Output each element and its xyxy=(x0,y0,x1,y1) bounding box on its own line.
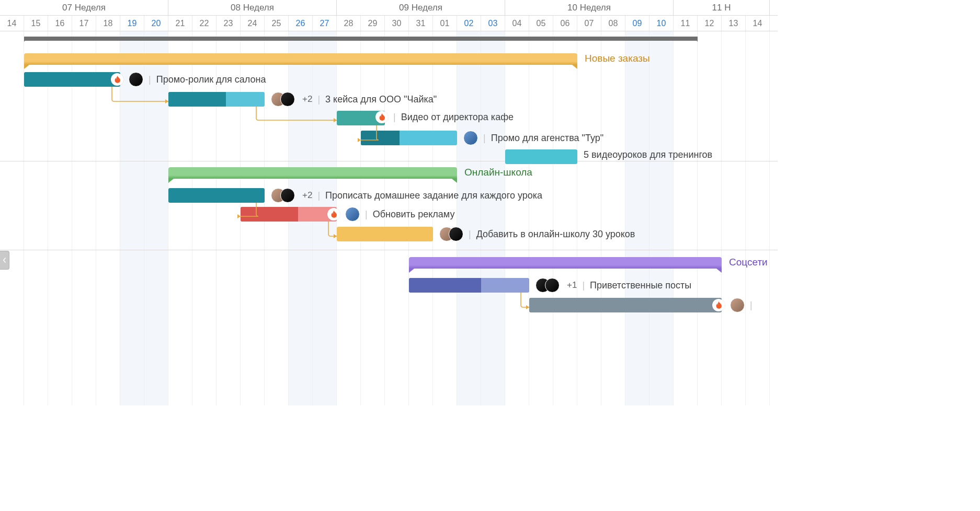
task-label-group: |Видео от директора кафе xyxy=(387,111,514,123)
label-separator: | xyxy=(469,229,471,240)
task-label[interactable]: 3 кейса для ООО "Чайка" xyxy=(325,94,437,105)
group-bar[interactable] xyxy=(24,53,577,65)
dependency-link xyxy=(254,107,346,126)
avatar-stack[interactable] xyxy=(535,278,560,293)
day-cell[interactable]: 31 xyxy=(409,16,433,31)
day-cell[interactable]: 02 xyxy=(457,16,481,31)
label-separator: | xyxy=(582,280,585,291)
task-label[interactable]: Видео от директора кафе xyxy=(401,112,514,123)
fire-icon xyxy=(327,208,340,220)
day-cell[interactable]: 10 xyxy=(649,16,674,31)
task-label[interactable]: Добавить в онлайн-школу 30 уроков xyxy=(476,229,635,240)
avatar[interactable] xyxy=(280,92,295,107)
task-label-group: |Промо-ролик для салона xyxy=(122,72,266,87)
task-bar[interactable] xyxy=(337,227,433,241)
group-bar[interactable] xyxy=(409,257,722,269)
avatar-overflow-count: +2 xyxy=(302,190,312,201)
day-cell[interactable]: 11 xyxy=(674,16,698,31)
project-summary-bar[interactable] xyxy=(24,37,698,41)
day-cell[interactable]: 05 xyxy=(529,16,553,31)
day-cell[interactable]: 03 xyxy=(481,16,505,31)
day-cell[interactable]: 15 xyxy=(24,16,48,31)
fire-icon xyxy=(111,73,123,86)
task-bar[interactable] xyxy=(24,72,120,87)
task-bar[interactable] xyxy=(241,207,337,222)
task-label[interactable]: 5 видеоуроков для тренингов xyxy=(584,149,712,160)
day-cell[interactable]: 20 xyxy=(144,16,168,31)
fire-icon xyxy=(712,299,725,311)
label-separator: | xyxy=(750,300,753,311)
day-cell[interactable]: 04 xyxy=(505,16,529,31)
avatar-stack[interactable] xyxy=(439,227,463,241)
day-cell[interactable]: 25 xyxy=(265,16,289,31)
day-cell[interactable]: 17 xyxy=(72,16,96,31)
label-separator: | xyxy=(365,209,368,220)
day-cell[interactable]: 08 xyxy=(601,16,625,31)
avatar-stack[interactable] xyxy=(463,131,478,145)
day-cell[interactable]: 16 xyxy=(48,16,72,31)
day-cell[interactable]: 22 xyxy=(192,16,216,31)
day-cell[interactable]: 28 xyxy=(337,16,361,31)
task-bar[interactable] xyxy=(409,278,529,293)
task-label-group: |Обновить рекламу xyxy=(339,207,454,222)
day-cell[interactable]: 27 xyxy=(313,16,337,31)
day-cell[interactable]: 30 xyxy=(385,16,409,31)
weeks-header: 07 Неделя08 Неделя09 Неделя10 Неделя11 Н xyxy=(0,0,778,16)
day-cell[interactable]: 29 xyxy=(361,16,385,31)
day-cell[interactable]: 12 xyxy=(698,16,722,31)
day-cell[interactable]: 06 xyxy=(553,16,577,31)
avatar[interactable] xyxy=(463,131,478,145)
avatar[interactable] xyxy=(545,278,560,293)
task-label[interactable]: Промо для агенства "Тур" xyxy=(491,133,603,144)
task-label[interactable]: Обновить рекламу xyxy=(373,209,455,220)
task-label-group: +2|Прописать домашнее задание для каждог… xyxy=(271,188,542,203)
day-cell[interactable]: 18 xyxy=(96,16,120,31)
avatar[interactable] xyxy=(280,188,295,203)
label-separator: | xyxy=(483,133,486,144)
day-cell[interactable]: 01 xyxy=(433,16,457,31)
avatar-stack[interactable] xyxy=(129,72,143,87)
gantt-chart[interactable]: 07 Неделя08 Неделя09 Неделя10 Неделя11 Н… xyxy=(0,0,778,405)
avatar-stack[interactable] xyxy=(271,188,295,203)
day-cell[interactable]: 14 xyxy=(0,16,24,31)
day-cell[interactable]: 26 xyxy=(289,16,313,31)
label-separator: | xyxy=(149,74,151,85)
label-separator: | xyxy=(317,190,320,201)
day-cell[interactable]: 19 xyxy=(120,16,144,31)
day-cell[interactable]: 21 xyxy=(168,16,192,31)
avatar[interactable] xyxy=(129,72,143,87)
task-bar[interactable] xyxy=(168,188,265,203)
task-label-group: +1|Приветственные посты xyxy=(535,278,691,293)
task-bar[interactable] xyxy=(505,149,577,164)
day-cell[interactable]: 14 xyxy=(746,16,770,31)
task-label[interactable]: Промо-ролик для салона xyxy=(156,74,266,85)
avatar[interactable] xyxy=(345,207,360,222)
task-bar[interactable] xyxy=(168,92,265,107)
group-bar[interactable] xyxy=(168,167,457,179)
avatar[interactable] xyxy=(730,298,745,312)
avatar[interactable] xyxy=(449,227,463,241)
day-cell[interactable]: 13 xyxy=(722,16,746,31)
day-cell[interactable]: 07 xyxy=(577,16,601,31)
week-cell: 09 Неделя xyxy=(337,0,505,15)
week-cell: 10 Неделя xyxy=(505,0,674,15)
group-label[interactable]: Новые заказы xyxy=(585,53,650,64)
avatar-overflow-count: +1 xyxy=(567,280,577,291)
group-label[interactable]: Соцсети xyxy=(729,257,768,268)
avatar-stack[interactable] xyxy=(345,207,360,222)
task-label[interactable]: Приветственные посты xyxy=(590,280,691,291)
group-label[interactable]: Онлайн-школа xyxy=(464,167,532,178)
day-cell[interactable]: 09 xyxy=(625,16,649,31)
task-bar[interactable] xyxy=(361,131,457,145)
avatar-stack[interactable] xyxy=(730,298,745,312)
avatar-stack[interactable] xyxy=(271,92,295,107)
task-label[interactable]: Прописать домашнее задание для каждого у… xyxy=(325,190,542,201)
sidebar-toggle[interactable] xyxy=(0,251,9,270)
chevron-left-icon xyxy=(3,257,7,263)
row-separator xyxy=(0,250,778,250)
task-bar[interactable] xyxy=(529,298,722,312)
task-label-group: +2|3 кейса для ООО "Чайка" xyxy=(271,92,437,107)
day-cell[interactable]: 23 xyxy=(216,16,241,31)
week-cell: 11 Н xyxy=(674,0,770,15)
day-cell[interactable]: 24 xyxy=(241,16,265,31)
